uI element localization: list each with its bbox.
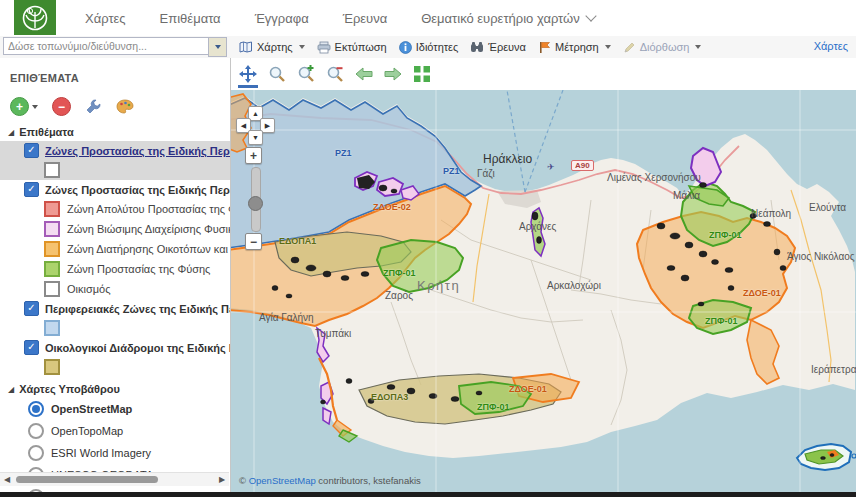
edit-button[interactable]: Διόρθωση [617,39,708,56]
app-logo[interactable] [14,0,56,35]
layer-row-eco-corridors[interactable]: ✓ Οικολογικοί Διάδρομοι της Ειδικής Περι… [0,338,230,357]
zoom-box-tool-button[interactable] [265,62,289,86]
menu-item-overlays[interactable]: Επιθέματα [143,11,238,26]
properties-button[interactable]: Ιδιότητες [393,39,465,56]
openstreetmap-link[interactable]: OpenStreetMap [249,475,316,486]
legend-row: Ζώνη Βιώσιμης Διαχείρισης Φυσικών Πόρων [0,219,230,239]
full-extent-button[interactable] [410,62,434,86]
place-label: Ιεράπετρα [811,364,856,375]
layer-checkbox[interactable]: ✓ [24,182,39,197]
menu-item-thematic-index[interactable]: Θεματικό ευρετήριο χαρτών [404,11,612,26]
scroll-left-arrow[interactable]: ◀ [0,475,14,484]
selected-layer-block: ✓ Ζώνες Προστασίας της Ειδικής Περιβαλλο… [0,141,230,180]
place-label: Λιμένας Χερσονήσου [607,172,701,183]
zone-label: ΖΔΟΕ-02 [373,202,411,212]
layer-row-protection-zones-2[interactable]: ✓ Ζώνες Προστασίας της Ειδικής Περιβαλλο… [0,180,230,199]
scroll-right-arrow[interactable]: ▶ [215,475,229,484]
next-extent-button[interactable] [381,62,405,86]
legend-row [0,160,230,180]
menu-item-maps[interactable]: Χάρτες [68,11,143,26]
map-button-label: Χάρτης [257,41,293,53]
basemap-openstreetmap[interactable]: OpenStreetMap [0,398,230,420]
airport-icon: ✈ [547,162,555,172]
legend-label: Ζώνη Βιώσιμης Διαχείρισης Φυσικών Πόρων [67,223,231,235]
top-navbar: Χάρτες Επιθέματα Έγγραφα Έρευνα Θεματικό… [0,0,856,37]
remove-layer-button[interactable]: − [52,97,71,116]
legend-label: Ζώνη Προστασίας της Φύσης [67,263,210,275]
app-window: Χάρτες Επιθέματα Έγγραφα Έρευνα Θεματικό… [0,0,856,500]
layer-checkbox[interactable]: ✓ [24,340,39,355]
basemap-esri-world-imagery[interactable]: ESRI World Imagery [0,442,230,464]
menu-item-documents[interactable]: Έγγραφα [238,11,326,26]
previous-extent-button[interactable] [352,62,376,86]
legend-row: Οικισμός [0,279,230,299]
add-layer-dropdown-icon[interactable] [32,105,38,109]
pan-south-button[interactable]: ▼ [248,130,263,145]
measure-button-label: Μέτρηση [555,41,599,53]
zone-label: ΖΠΦ-01 [383,268,415,278]
tree-root-overlays[interactable]: ◢Επιθέματα [8,126,230,138]
place-label: Μάλια [673,190,700,201]
magnifier-minus-icon [326,65,344,83]
geocode-search-combo [3,37,227,57]
menu-item-label: Έγγραφα [255,11,309,26]
zoom-in-tool-button[interactable] [294,62,318,86]
place-label: Αρκαλοχώρι [547,280,601,291]
zoom-out-tool-button[interactable] [323,62,347,86]
zoom-in-button[interactable]: + [245,147,262,164]
map-canvas[interactable]: ✈ ΡΖ1ΡΖ1ΖΔΟΕ-02ΖΔΟΕ-01ΖΔΟΕ-01ΖΠΦ-01ΖΠΦ-0… [231,90,856,492]
layer-checkbox[interactable]: ✓ [24,301,39,316]
full-extent-icon [414,66,430,82]
basemap-opentopomap[interactable]: OpenTopoMap [0,420,230,442]
place-label: Αγία Γαλήνη [259,312,314,323]
basemap-label: ESRI World Imagery [51,447,151,459]
research-button[interactable]: Έρευνα [464,39,532,55]
legend-row: Ζώνη Προστασίας της Φύσης [0,259,230,279]
print-button[interactable]: Εκτύπωση [311,39,393,56]
legend-row: Ζώνη Απολύτου Προστασίας της Φύσης [0,199,230,219]
search-input[interactable] [3,37,208,55]
legend-swatch-outline [44,162,60,178]
menu-item-label: Θεματικό ευρετήριο χαρτών [421,11,580,26]
expand-triangle-icon[interactable]: ◢ [8,385,14,394]
zone-label: ΖΠΦ-01 [477,402,509,412]
legend-row: Ζώνη Διατήρησης Οικοτόπων και Ειδών [0,239,230,259]
pan-tool-button[interactable] [236,62,260,86]
sidebar-horizontal-scrollbar[interactable]: ◀ ▶ [0,472,229,486]
radio-icon[interactable] [28,401,44,417]
layer-row-protection-zones-1[interactable]: ✓ Ζώνες Προστασίας της Ειδικής Περιβαλλο… [0,141,230,160]
layer-row-peripheral-zones[interactable]: ✓ Περιφερειακές Ζώνες της Ειδικής Περιβα… [0,299,230,318]
menu-item-research[interactable]: Έρευνα [326,11,405,26]
zone-label: ΡΖ1 [335,148,352,158]
maps-link[interactable]: Χάρτες [814,40,848,52]
search-dropdown-trigger[interactable] [208,37,227,57]
basemap-label: OpenStreetMap [51,403,132,415]
print-button-label: Εκτύπωση [335,41,387,53]
menu-item-label: Επιθέματα [160,11,221,26]
zoom-slider-thumb[interactable] [248,196,263,211]
chevron-down-icon [695,45,701,49]
place-label: Ηράκλειο [483,152,532,166]
zoom-out-button[interactable]: − [245,233,262,250]
radio-icon[interactable] [28,445,44,461]
layer-checkbox[interactable]: ✓ [24,143,39,158]
legend-swatch-pink [44,221,60,237]
bottom-bar [0,492,856,497]
map-button[interactable]: Χάρτης [233,39,311,55]
palette-style-button[interactable] [116,99,134,114]
copyright-symbol: © [239,475,246,486]
wrench-settings-button[interactable] [85,98,102,115]
expand-triangle-icon[interactable]: ◢ [8,128,14,137]
tree-root-basemaps[interactable]: ◢Χάρτες Υποβάθρου [8,383,230,395]
scrollbar-thumb[interactable] [16,476,158,483]
zone-label: ΡΖ1 [443,166,460,176]
add-layer-button[interactable]: + [10,97,29,116]
place-label: Γάζι [477,168,495,179]
place-label: Άγιος Νικόλαος [787,251,855,262]
measure-button[interactable]: Μέτρηση [532,39,617,56]
legend-label: Οικισμός [67,283,111,295]
radio-icon[interactable] [28,423,44,439]
properties-button-label: Ιδιότητες [416,41,459,53]
map-toolbar-row: Χάρτης Εκτύπωση Ιδιότητες Έρευνα Μέτρηση… [0,36,856,59]
map-attribution: © OpenStreetMap contributors, kstefanaki… [239,475,421,486]
